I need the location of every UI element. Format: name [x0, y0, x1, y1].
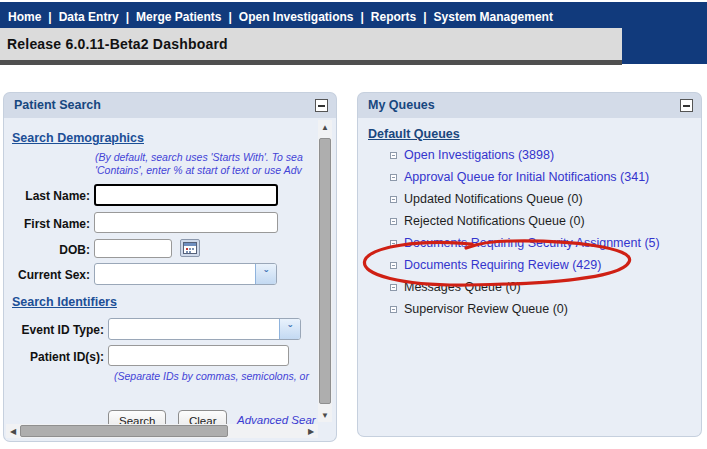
queue-item: Documents Requiring Security Assignment … — [390, 232, 660, 254]
nav-separator: | — [361, 10, 364, 24]
patient-search-title: Patient Search — [14, 98, 101, 112]
chevron-down-icon[interactable]: ˇ — [255, 264, 276, 284]
queue-bullet-icon — [390, 174, 397, 181]
minimize-icon[interactable] — [315, 99, 328, 112]
nav-item-home[interactable]: Home — [8, 10, 41, 24]
event-id-type-value — [109, 319, 279, 339]
scroll-up-icon[interactable]: ▲ — [318, 120, 332, 134]
first-name-field[interactable] — [94, 212, 278, 233]
queue-label: Updated Notifications Queue (0) — [404, 192, 583, 206]
nav-separator: | — [48, 10, 51, 24]
dob-label: DOB: — [4, 243, 90, 257]
my-queues-header: My Queues — [357, 92, 702, 118]
event-id-type-select[interactable]: ˇ — [108, 318, 301, 340]
queue-item: Approval Queue for Initial Notifications… — [390, 166, 660, 188]
horizontal-scrollbar[interactable]: ◀ ▶ — [6, 424, 318, 438]
default-queues-heading[interactable]: Default Queues — [368, 127, 460, 141]
first-name-label: First Name: — [4, 217, 90, 231]
queue-item: Supervisor Review Queue (0) — [390, 298, 660, 320]
nav-item-data-entry[interactable]: Data Entry — [59, 10, 119, 24]
queue-item: Documents Requiring Review (429) — [390, 254, 660, 276]
my-queues-title: My Queues — [368, 98, 435, 112]
patient-ids-field[interactable] — [108, 345, 289, 366]
queue-link[interactable]: Documents Requiring Review (429) — [404, 258, 601, 272]
search-identifiers-heading[interactable]: Search Identifiers — [12, 295, 117, 309]
queue-link[interactable]: Documents Requiring Security Assignment … — [404, 236, 660, 250]
scroll-left-icon[interactable]: ◀ — [6, 424, 20, 438]
queue-list: Open Investigations (3898)Approval Queue… — [390, 144, 660, 320]
queue-link[interactable]: Open Investigations (3898) — [404, 148, 554, 162]
queue-bullet-icon — [390, 306, 397, 313]
event-id-type-label: Event ID Type: — [4, 323, 104, 337]
patient-search-body: Search Demographics (By default, search … — [3, 118, 337, 442]
my-queues-panel: My Queues Default Queues Open Investigat… — [357, 92, 702, 437]
starts-with-hint-line2: 'Contains', enter % at start of text or … — [95, 164, 302, 176]
last-name-label: Last Name: — [4, 189, 90, 203]
dob-field[interactable] — [94, 239, 172, 258]
queue-bullet-icon — [390, 240, 397, 247]
queue-bullet-icon — [390, 152, 397, 159]
patient-ids-label: Patient ID(s): — [4, 350, 104, 364]
dashboard-screen: Home|Data Entry|Merge Patients|Open Inve… — [0, 0, 707, 449]
last-name-field[interactable] — [94, 184, 278, 206]
nav-separator: | — [228, 10, 231, 24]
queue-item: Updated Notifications Queue (0) — [390, 188, 660, 210]
starts-with-hint-line1: (By default, search uses 'Starts With'. … — [95, 151, 303, 163]
vertical-scrollbar[interactable]: ▲ ▼ — [318, 120, 332, 422]
patient-search-header: Patient Search — [3, 92, 337, 118]
calendar-icon[interactable] — [180, 239, 200, 257]
nav-item-open-investigations[interactable]: Open Investigations — [239, 10, 354, 24]
nav-separator: | — [423, 10, 426, 24]
queue-label: Messages Queue (0) — [404, 280, 521, 294]
current-sex-label: Current Sex: — [4, 268, 90, 282]
queue-item: Rejected Notifications Queue (0) — [390, 210, 660, 232]
queue-bullet-icon — [390, 262, 397, 269]
queue-label: Rejected Notifications Queue (0) — [404, 214, 585, 228]
chevron-down-icon[interactable]: ˇ — [279, 319, 300, 339]
search-demographics-heading[interactable]: Search Demographics — [12, 131, 144, 145]
queue-bullet-icon — [390, 218, 397, 225]
current-sex-select[interactable]: ˇ — [94, 263, 277, 285]
scroll-right-icon[interactable]: ▶ — [304, 424, 318, 438]
queue-link[interactable]: Approval Queue for Initial Notifications… — [404, 170, 649, 184]
scroll-down-icon[interactable]: ▼ — [318, 408, 332, 422]
queue-bullet-icon — [390, 196, 397, 203]
main-nav: Home|Data Entry|Merge Patients|Open Inve… — [8, 6, 553, 28]
nav-item-merge-patients[interactable]: Merge Patients — [136, 10, 221, 24]
my-queues-body: Default Queues Open Investigations (3898… — [357, 118, 702, 437]
nav-separator: | — [126, 10, 129, 24]
current-sex-value — [95, 264, 255, 284]
queue-item: Messages Queue (0) — [390, 276, 660, 298]
nav-item-system-management[interactable]: System Management — [434, 10, 553, 24]
queue-bullet-icon — [390, 284, 397, 291]
horizontal-scroll-thumb[interactable] — [20, 425, 228, 437]
queue-label: Supervisor Review Queue (0) — [404, 302, 568, 316]
ids-hint: (Separate IDs by commas, semicolons, or — [114, 370, 309, 382]
minimize-icon[interactable] — [680, 99, 693, 112]
page-title: Release 6.0.11-Beta2 Dashboard — [7, 36, 228, 52]
top-header: Home|Data Entry|Merge Patients|Open Inve… — [0, 2, 707, 64]
nav-item-reports[interactable]: Reports — [371, 10, 416, 24]
patient-search-panel: Patient Search Search Demographics (By d… — [3, 92, 337, 442]
queue-item: Open Investigations (3898) — [390, 144, 660, 166]
vertical-scroll-thumb[interactable] — [319, 138, 331, 404]
release-bar: Release 6.0.11-Beta2 Dashboard — [0, 28, 622, 65]
